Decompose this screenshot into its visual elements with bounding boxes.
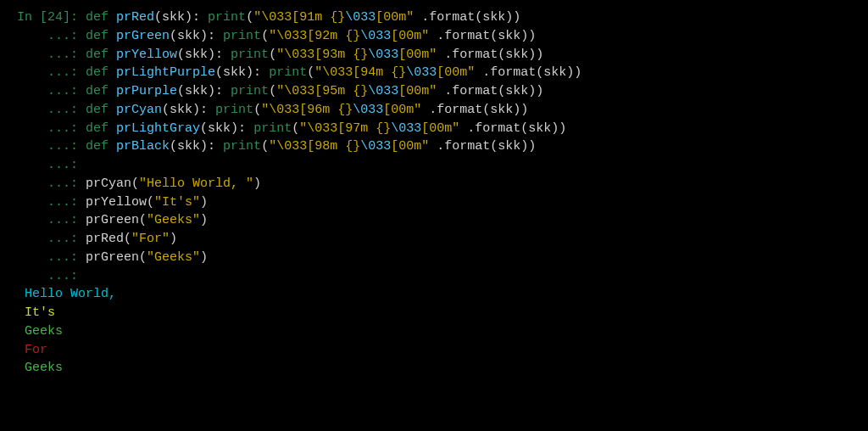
builtin-print: print (223, 29, 261, 43)
output-line: Hello World, (17, 285, 851, 304)
prompt-continuation: ...: (17, 232, 86, 246)
function-call: prRed (86, 232, 124, 246)
code-line-call-prGreen: ...: prGreen("Geeks") (17, 211, 851, 230)
prompt-continuation: ...: (17, 139, 86, 154)
prompt-continuation: ...: (17, 250, 86, 265)
function-name: prPurple (116, 84, 177, 98)
output-text: Geeks (17, 324, 63, 339)
prompt-continuation: ...: (17, 176, 86, 191)
builtin-print: print (208, 10, 246, 25)
string-literal: "\033[94m {} (314, 65, 406, 80)
function-name: prRed (116, 10, 154, 25)
builtin-print: print (223, 139, 261, 154)
escape-sequence: \033 (360, 139, 391, 154)
prompt-continuation: ...: (17, 48, 86, 62)
format-call: .format(skk)) (429, 139, 536, 154)
prompt-continuation: ...: (17, 121, 86, 136)
string-literal: [00m" (437, 65, 475, 80)
parameter: skk (208, 121, 231, 136)
string-literal: "\033[98m {} (269, 139, 360, 154)
string-literal: [00m" (421, 121, 459, 136)
code-line-def-prYellow: ...: def prYellow(skk): print("\033[93m … (17, 46, 851, 64)
string-literal: [00m" (398, 84, 437, 98)
keyword-def: def (86, 139, 108, 154)
format-call: .format(skk)) (475, 65, 581, 80)
string-literal: "Geeks" (147, 250, 200, 265)
prompt-primary: In [24]: (17, 10, 86, 25)
escape-sequence: \033 (353, 103, 383, 117)
format-call: .format(skk)) (414, 10, 520, 25)
prompt-continuation: ...: (17, 103, 86, 117)
escape-sequence: \033 (360, 29, 391, 43)
function-name: prLightGray (116, 121, 200, 136)
escape-sequence: \033 (368, 84, 398, 98)
builtin-print: print (269, 65, 307, 80)
ipython-terminal[interactable]: In [24]: def prRed(skk): print("\033[91m… (17, 8, 851, 378)
builtin-print: print (215, 103, 253, 117)
format-call: .format(skk)) (437, 84, 543, 98)
keyword-def: def (86, 65, 108, 80)
parameter: skk (177, 139, 200, 154)
string-literal: "For" (131, 232, 170, 246)
code-line-call-prYellow: ...: prYellow("It's") (17, 193, 851, 212)
code-line-blank: ...: (17, 267, 851, 286)
code-line-def-prBlack: ...: def prBlack(skk): print("\033[98m {… (17, 137, 851, 156)
string-literal: "\033[97m {} (299, 121, 391, 136)
string-literal: [00m" (383, 103, 421, 117)
code-line-def-prGreen: ...: def prGreen(skk): print("\033[92m {… (17, 27, 851, 46)
keyword-def: def (86, 84, 108, 98)
string-literal: "Geeks" (147, 213, 200, 227)
prompt-continuation: ...: (17, 84, 86, 98)
code-line-def-prRed: In [24]: def prRed(skk): print("\033[91m… (17, 8, 851, 27)
string-literal: [00m" (391, 139, 429, 154)
parameter: skk (223, 65, 246, 80)
code-line-def-prCyan: ...: def prCyan(skk): print("\033[96m {}… (17, 101, 851, 120)
format-call: .format(skk)) (437, 48, 543, 62)
format-call: .format(skk)) (459, 121, 566, 136)
output-line: It's (17, 304, 851, 322)
output-line: For (17, 341, 851, 360)
string-literal: "\033[93m {} (276, 48, 368, 62)
function-name: prLightPurple (116, 65, 215, 80)
parameter: skk (177, 29, 200, 43)
string-literal: [00m" (398, 48, 437, 62)
keyword-def: def (86, 29, 108, 43)
keyword-def: def (86, 48, 108, 62)
builtin-print: print (231, 48, 269, 62)
output-text: Hello World, (17, 287, 124, 301)
escape-sequence: \033 (368, 48, 398, 62)
parameter: skk (185, 48, 208, 62)
string-literal: [00m" (376, 10, 414, 25)
keyword-def: def (86, 103, 108, 117)
function-call: prGreen (86, 250, 139, 265)
builtin-print: print (231, 84, 269, 98)
string-literal: "It's" (154, 195, 200, 210)
prompt-continuation: ...: (17, 29, 86, 43)
output-line: Geeks (17, 359, 851, 378)
prompt-continuation: ...: (17, 65, 86, 80)
escape-sequence: \033 (406, 65, 437, 80)
output-text: For (17, 343, 47, 357)
output-text: Geeks (17, 361, 63, 375)
function-name: prYellow (116, 48, 177, 62)
parameter: skk (162, 10, 185, 25)
keyword-def: def (86, 121, 108, 136)
parameter: skk (170, 103, 192, 117)
function-name: prBlack (116, 139, 170, 154)
code-line-blank: ...: (17, 156, 851, 175)
code-line-call-prRed: ...: prRed("For") (17, 230, 851, 249)
function-call: prYellow (86, 195, 147, 210)
escape-sequence: \033 (391, 121, 421, 136)
function-call: prGreen (86, 213, 139, 227)
prompt-continuation: ...: (17, 213, 86, 227)
string-literal: [00m" (391, 29, 429, 43)
parameter: skk (185, 84, 208, 98)
string-literal: "\033[95m {} (276, 84, 368, 98)
format-call: .format(skk)) (421, 103, 528, 117)
function-call: prCyan (86, 176, 131, 191)
function-name: prCyan (116, 103, 162, 117)
code-line-def-prLightPurple: ...: def prLightPurple(skk): print("\033… (17, 64, 851, 82)
function-name: prGreen (116, 29, 170, 43)
output-text: It's (17, 305, 55, 320)
string-literal: "\033[92m {} (269, 29, 360, 43)
